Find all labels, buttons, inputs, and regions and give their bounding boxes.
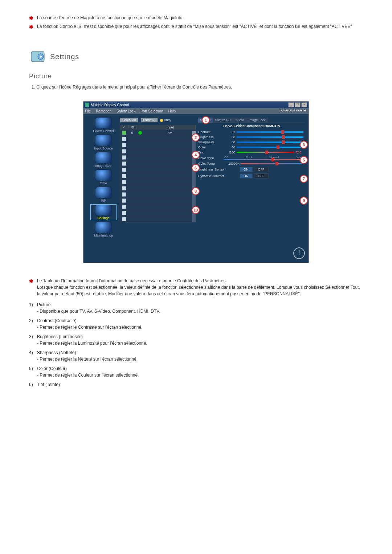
app-icon [85, 103, 89, 107]
row-checkbox[interactable] [122, 192, 126, 197]
colortone-slider[interactable] [224, 159, 303, 160]
sidebar-item-input[interactable]: Input Source [91, 135, 116, 150]
table-row[interactable] [120, 167, 196, 173]
sidebar-item-time[interactable]: Time [91, 170, 116, 185]
table-row[interactable] [120, 216, 196, 222]
dyncontrast-on-button[interactable]: ON [240, 173, 253, 178]
row-colortemp: Color Temp 10000K [198, 162, 305, 165]
close-icon[interactable]: × [301, 102, 307, 107]
info-body-text: Lorsque chaque fonction est sélectionnée… [37, 285, 360, 296]
brightsens-off-button[interactable]: OFF [254, 167, 269, 172]
sidebar: Power Control Input Source Image Size Ti… [87, 118, 120, 259]
row-checkbox[interactable] [122, 186, 126, 190]
sidebar-item-settings[interactable]: Settings [91, 205, 116, 220]
input-icon [95, 135, 111, 146]
table-row[interactable]: 0 AV [120, 130, 196, 136]
callout-6: 6 [192, 164, 200, 172]
table-row[interactable] [120, 210, 196, 216]
minimize-icon[interactable]: _ [288, 102, 294, 107]
table-row[interactable] [120, 204, 196, 210]
status-dot-icon [138, 131, 142, 135]
clear-all-button[interactable]: Clear All [140, 118, 158, 123]
row-checkbox[interactable] [122, 143, 126, 147]
colortemp-slider[interactable] [241, 163, 303, 164]
table-row[interactable] [120, 197, 196, 204]
row-checkbox[interactable] [122, 168, 126, 172]
callout-5: 5 [300, 156, 308, 164]
table-row[interactable] [120, 148, 196, 154]
maintenance-icon [95, 222, 111, 233]
row-checkbox[interactable] [122, 161, 126, 166]
sharpness-slider[interactable] [237, 141, 303, 143]
tint-r-label: R50 [295, 151, 305, 154]
table-row[interactable] [120, 191, 196, 197]
callout-2: 2 [192, 134, 200, 141]
table-row[interactable] [120, 185, 196, 191]
star-icon: ✱ [29, 23, 33, 31]
tab-audio[interactable]: Audio [233, 118, 246, 123]
table-row[interactable] [120, 173, 196, 179]
pip-icon [95, 187, 111, 198]
table-row[interactable] [120, 179, 196, 185]
settings-icon [95, 205, 111, 216]
brightness-slider[interactable] [237, 136, 303, 138]
star-icon: ✱ [29, 15, 33, 22]
sidebar-item-maintenance[interactable]: Maintenance [91, 222, 116, 237]
row-checkbox[interactable] [122, 174, 126, 178]
brightsens-on-button[interactable]: ON [240, 167, 253, 172]
row-checkbox[interactable] [122, 137, 126, 141]
busy-dot-icon [160, 119, 163, 122]
row-checkbox[interactable] [122, 180, 126, 184]
svg-point-2 [40, 56, 42, 58]
menu-help[interactable]: Help [168, 109, 176, 113]
callout-9: 9 [300, 197, 308, 205]
menu-safetylock[interactable]: Safety Lock [117, 109, 135, 113]
row-checkbox[interactable] [122, 198, 126, 203]
settings-panel: Picture Picture PC Audio Image Lock TV,A… [198, 118, 305, 259]
menu-remocon[interactable]: Remocon [96, 109, 111, 113]
row-checkbox[interactable] [122, 211, 126, 215]
row-checkbox[interactable] [122, 155, 126, 160]
sidebar-item-pip[interactable]: PIP [91, 187, 116, 202]
maximize-icon[interactable]: □ [295, 102, 301, 107]
row-tint: Tint G50 R50 [198, 151, 305, 154]
table-row[interactable] [120, 136, 196, 142]
star-icon: ✱ [29, 278, 33, 285]
tab-image-lock[interactable]: Image Lock [246, 118, 268, 123]
item-title: Color (Couleur) [37, 366, 67, 371]
item-title: Tint (Teinte) [37, 382, 60, 387]
row-checkbox[interactable] [122, 149, 126, 153]
row-brightness: Brightness 68 [198, 135, 305, 139]
menu-portselection[interactable]: Port Selection [140, 109, 163, 113]
sub-heading: Picture [29, 73, 363, 80]
col-input: Input [145, 125, 196, 130]
table-row[interactable] [120, 154, 196, 160]
window-title: Multiple Display Control [91, 103, 287, 107]
item-title: Brightness (Luminosité) [37, 334, 83, 339]
tab-picture-pc[interactable]: Picture PC [213, 118, 233, 123]
color-slider[interactable] [237, 147, 303, 148]
row-brightness-sensor: Brightness Sensor ON OFF [198, 167, 305, 172]
dyncontrast-off-button[interactable]: OFF [254, 173, 269, 178]
sidebar-item-power[interactable]: Power Control [91, 118, 116, 133]
row-checkbox[interactable] [122, 131, 126, 135]
row-color: Color 60 [198, 145, 305, 149]
row-dynamic-contrast: Dynamic Contrast ON OFF [198, 173, 305, 178]
note-text: La source d'entrée de MagicInfo ne fonct… [37, 15, 184, 20]
info-icon: ! [293, 247, 305, 259]
menu-file[interactable]: File [85, 109, 91, 113]
sidebar-item-imagesize[interactable]: Image Size [91, 152, 116, 168]
row-checkbox[interactable] [122, 217, 126, 221]
info-star-text: Le Tableau d'Information fournit l'infor… [37, 278, 227, 283]
row-checkbox[interactable] [122, 205, 126, 209]
top-notes: ✱La source d'entrée de MagicInfo ne fonc… [29, 15, 363, 30]
step-list: Cliquez sur l'icône Réglages dans le men… [29, 84, 363, 90]
callout-4: 4 [192, 151, 200, 159]
callout-3: 3 [300, 141, 308, 149]
contrast-slider[interactable] [237, 131, 303, 133]
select-all-button[interactable]: Select All [120, 118, 138, 123]
table-row[interactable] [120, 142, 196, 148]
callout-8: 8 [192, 187, 200, 195]
table-row[interactable] [120, 160, 196, 167]
tint-slider[interactable] [237, 152, 294, 153]
